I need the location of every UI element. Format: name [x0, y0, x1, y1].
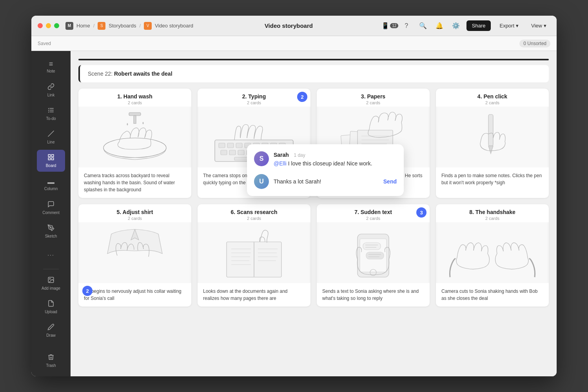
card-5-header: 5. Adjust shirt 2 cards — [78, 204, 191, 222]
sidebar-item-column[interactable]: Column — [37, 173, 65, 195]
card-6-header: 6. Scans research 2 cards — [198, 204, 310, 222]
svg-rect-5 — [52, 154, 54, 156]
export-button[interactable]: Export ▾ — [495, 20, 523, 31]
close-button[interactable] — [38, 23, 43, 28]
maximize-button[interactable] — [54, 23, 59, 28]
svg-rect-19 — [227, 143, 234, 148]
card-scans-research[interactable]: 6. Scans research 2 cards — [198, 204, 310, 307]
card-8-title: 8. The handshake — [441, 209, 543, 215]
send-button[interactable]: Send — [383, 178, 397, 185]
sidebar-label-draw: Draw — [46, 333, 55, 338]
comment-text-sarah: @Elli I love this closeup idea! Nice wor… — [274, 160, 397, 168]
breadcrumb-home[interactable]: Home — [76, 23, 90, 29]
export-chevron-icon: ▾ — [516, 23, 519, 29]
sidebar: ≡ Note Link To-do Line — [31, 51, 71, 376]
sidebar-item-line[interactable]: Line — [37, 126, 65, 148]
svg-rect-63 — [366, 252, 384, 259]
sidebar-label-comment: Comment — [42, 211, 59, 215]
sidebar-item-sketch[interactable]: Sketch — [37, 220, 65, 242]
card-7-header: 7. Sudden text 2 cards — [317, 204, 430, 222]
card-adjust-shirt[interactable]: 5. Adjust shirt 2 cards — [78, 204, 191, 307]
help-button[interactable]: ? — [401, 20, 412, 32]
search-icon: 🔍 — [419, 22, 427, 29]
svg-rect-26 — [221, 150, 227, 155]
sidebar-label-note: Note — [47, 69, 55, 73]
sidebar-item-board[interactable]: Board — [37, 150, 65, 172]
view-button[interactable]: View ▾ — [527, 20, 550, 31]
share-button[interactable]: Share — [466, 20, 491, 31]
search-button[interactable]: 🔍 — [417, 20, 429, 32]
device-button[interactable]: 📱 12 — [384, 20, 396, 32]
svg-rect-15 — [134, 116, 136, 123]
svg-rect-67 — [437, 222, 547, 283]
card-4-title: 4. Pen click — [441, 93, 543, 100]
comment-sarah-content: Sarah 1 day @Elli I love this closeup id… — [274, 151, 397, 168]
settings-button[interactable]: ⚙️ — [450, 20, 462, 32]
reply-input[interactable]: Thanks a lot Sarah! — [274, 178, 379, 185]
comment-body: I love this closeup idea! Nice work. — [288, 160, 372, 167]
card-hand-wash[interactable]: 1. Hand wash 2 cards — [78, 89, 191, 198]
svg-rect-42 — [488, 114, 493, 146]
sidebar-divider — [43, 269, 59, 269]
card-6-subtitle: 2 cards — [203, 216, 305, 221]
sidebar-item-todo[interactable]: To-do — [37, 103, 65, 125]
svg-rect-6 — [48, 158, 50, 160]
card-8-header: 8. The handshake 2 cards — [436, 204, 549, 222]
sidebar-item-note[interactable]: ≡ Note — [37, 56, 65, 78]
svg-rect-18 — [219, 143, 225, 148]
sidebar-label-trash: Trash — [46, 363, 56, 368]
sidebar-label-add-image: Add image — [42, 286, 60, 290]
bell-icon: 🔔 — [436, 22, 443, 29]
sidebar-item-trash[interactable]: Trash — [37, 350, 65, 372]
minimize-button[interactable] — [46, 23, 51, 28]
card-1-desc: Camera tracks across backyard to reveal … — [78, 167, 191, 198]
svg-line-3 — [48, 131, 54, 137]
page-title: Video storyboard — [265, 22, 313, 29]
card-6-image — [198, 222, 310, 283]
card-2-badge: 2 — [297, 92, 307, 102]
titlebar-right: 📱 12 ? 🔍 🔔 ⚙️ Share Export ▾ View ▾ — [384, 20, 550, 32]
card-sudden-text[interactable]: 7. Sudden text 2 cards 3 — [317, 204, 430, 307]
card-pen[interactable]: 4. Pen click 2 cards — [436, 89, 549, 198]
sidebar-item-upload[interactable]: Upload — [37, 296, 65, 318]
upload-icon — [47, 300, 54, 308]
card-7-subtitle: 2 cards — [322, 216, 424, 221]
draw-icon — [47, 323, 54, 332]
export-label: Export — [499, 23, 514, 29]
card-handshake[interactable]: 8. The handshake 2 cards — [436, 204, 549, 307]
comment-author-sarah: Sarah — [274, 152, 289, 158]
view-label: View — [531, 23, 542, 29]
card-4-image — [436, 107, 549, 167]
card-2-title: 2. Typing — [203, 93, 305, 100]
card-5-image — [78, 222, 191, 283]
avatar-user: U — [254, 174, 269, 189]
svg-rect-7 — [52, 158, 54, 160]
more-icon: ··· — [47, 252, 54, 258]
comment-popup: S Sarah 1 day @Elli I love this closeup … — [247, 144, 404, 196]
breadcrumb-video[interactable]: Video storyboard — [155, 23, 193, 29]
sidebar-item-add-image[interactable]: Add image — [37, 272, 65, 294]
card-1-title: 1. Hand wash — [84, 93, 186, 100]
breadcrumb-storyboards[interactable]: Storyboards — [109, 23, 136, 29]
sidebar-item-more[interactable]: ··· — [37, 244, 65, 266]
todo-icon — [47, 107, 54, 115]
card-1-subtitle: 2 cards — [84, 100, 186, 105]
sidebar-item-comment[interactable]: Comment — [37, 197, 65, 219]
card-4-desc: Finds a pen to make some notes. Clicks t… — [436, 167, 549, 191]
card-1-header: 1. Hand wash 2 cards — [78, 89, 191, 107]
sidebar-item-link[interactable]: Link — [37, 79, 65, 101]
link-icon — [47, 83, 54, 91]
unsorted-badge: 0 Unsorted — [519, 40, 550, 47]
sidebar-label-upload: Upload — [45, 310, 57, 314]
notifications-button[interactable]: 🔔 — [434, 20, 445, 32]
help-icon: ? — [405, 22, 408, 29]
gear-icon: ⚙️ — [452, 22, 460, 29]
card-5-subtitle: 2 cards — [84, 216, 186, 221]
card-8-image — [436, 222, 549, 283]
sidebar-label-sketch: Sketch — [45, 234, 57, 238]
column-icon — [47, 178, 54, 185]
scene-label: Scene 22: — [88, 71, 113, 77]
card-2-subtitle: 2 cards — [203, 100, 305, 105]
sidebar-item-draw[interactable]: Draw — [37, 319, 65, 341]
card-7-badge: 3 — [416, 207, 426, 218]
